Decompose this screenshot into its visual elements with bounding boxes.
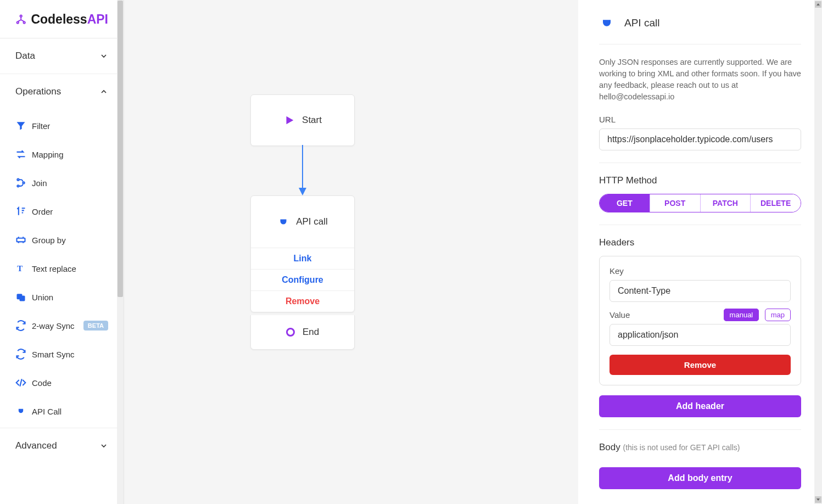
remove-header-button[interactable]: Remove — [609, 355, 791, 375]
section-advanced[interactable]: Advanced — [0, 428, 124, 463]
op-label: Smart Sync — [32, 350, 75, 359]
op-label: Filter — [32, 121, 50, 131]
svg-rect-6 — [17, 238, 25, 242]
svg-point-4 — [17, 185, 19, 187]
plug-icon — [15, 406, 26, 417]
node-remove-action[interactable]: Remove — [251, 290, 354, 312]
divider — [599, 225, 801, 225]
method-get[interactable]: GET — [600, 194, 650, 212]
add-body-button[interactable]: Add body entry — [599, 467, 801, 489]
mapping-icon — [15, 149, 26, 160]
op-label: 2-way Sync — [32, 321, 75, 331]
op-union[interactable]: Union — [0, 283, 124, 311]
logo-text: CodelessAPI — [31, 12, 108, 27]
play-icon — [283, 114, 295, 126]
order-icon — [15, 206, 26, 217]
op-groupby[interactable]: Group by — [0, 226, 124, 254]
end-label: End — [303, 327, 319, 338]
op-label: Mapping — [32, 150, 64, 159]
code-icon — [15, 377, 26, 388]
union-icon — [15, 292, 26, 303]
op-label: Order — [32, 207, 53, 216]
sidebar: CodelessAPI Data Operations Filter Mappi… — [0, 0, 124, 504]
logo: CodelessAPI — [0, 0, 124, 38]
config-panel: API call Only JSON responses are current… — [578, 0, 822, 504]
op-join[interactable]: Join — [0, 169, 124, 197]
svg-text:T: T — [17, 264, 23, 273]
headers-label: Headers — [599, 237, 801, 248]
header-key-input[interactable] — [609, 280, 791, 302]
op-label: Code — [32, 378, 52, 388]
end-node[interactable]: End — [250, 315, 355, 350]
url-label: URL — [599, 115, 801, 124]
beta-badge: BETA — [83, 321, 108, 331]
svg-rect-9 — [20, 296, 25, 301]
divider — [599, 429, 801, 430]
panel-header: API call — [599, 15, 801, 44]
sync-icon — [15, 349, 26, 360]
start-label: Start — [302, 115, 322, 126]
op-2waysync[interactable]: 2-way Sync BETA — [0, 311, 124, 340]
divider — [599, 163, 801, 163]
section-data[interactable]: Data — [0, 38, 124, 74]
op-label: API Call — [32, 407, 61, 416]
op-filter[interactable]: Filter — [0, 111, 124, 140]
op-label: Text replace — [32, 264, 76, 273]
groupby-icon — [15, 234, 26, 245]
section-operations-title: Operations — [15, 86, 61, 97]
op-label: Join — [32, 178, 47, 188]
header-key-label: Key — [609, 266, 791, 276]
method-patch[interactable]: PATCH — [701, 194, 751, 212]
method-delete[interactable]: DELETE — [751, 194, 801, 212]
header-value-input[interactable] — [609, 324, 791, 346]
node-link-action[interactable]: Link — [251, 248, 354, 269]
logo-icon — [15, 14, 26, 26]
url-input[interactable] — [599, 128, 801, 150]
section-advanced-title: Advanced — [15, 440, 57, 451]
op-smartsync[interactable]: Smart Sync — [0, 340, 124, 368]
panel-info: Only JSON responses are currently suppor… — [599, 44, 801, 109]
op-code[interactable]: Code — [0, 368, 124, 397]
apicall-node[interactable]: API call Link Configure Remove — [250, 195, 355, 312]
chevron-down-icon — [99, 52, 108, 60]
apicall-label: API call — [296, 216, 328, 227]
panel-title: API call — [624, 17, 659, 29]
op-label: Union — [32, 293, 53, 302]
chevron-down-icon — [99, 441, 108, 450]
http-method-label: HTTP Method — [599, 175, 801, 186]
add-header-button[interactable]: Add header — [599, 395, 801, 417]
canvas[interactable]: Start API call Link Configure Remove End — [124, 0, 578, 504]
filter-icon — [15, 120, 26, 131]
scroll-up-icon[interactable] — [815, 1, 821, 8]
svg-point-1 — [17, 21, 19, 23]
op-textreplace[interactable]: T Text replace — [0, 254, 124, 283]
header-value-label: Value — [609, 310, 630, 320]
svg-point-5 — [23, 182, 24, 183]
op-label: Group by — [32, 236, 66, 245]
method-post[interactable]: POST — [650, 194, 701, 212]
op-apicall[interactable]: API Call — [0, 397, 124, 425]
body-label: Body (this is not used for GET API calls… — [599, 442, 801, 453]
node-configure-action[interactable]: Configure — [251, 269, 354, 290]
scroll-down-icon[interactable] — [815, 496, 821, 503]
main-scrollbar[interactable] — [814, 0, 822, 504]
op-mapping[interactable]: Mapping — [0, 140, 124, 169]
http-method-group: GET POST PATCH DELETE — [599, 194, 801, 212]
manual-button[interactable]: manual — [724, 309, 759, 321]
op-order[interactable]: Order — [0, 197, 124, 226]
plug-icon — [277, 216, 289, 228]
operations-list: Filter Mapping Join Order Group by T Tex… — [0, 109, 124, 428]
body-hint: (this is not used for GET API calls) — [623, 443, 740, 452]
sidebar-scrollbar[interactable] — [117, 0, 124, 504]
join-icon — [15, 177, 26, 188]
sidebar-scroll-thumb[interactable] — [118, 1, 123, 297]
section-data-title: Data — [15, 51, 35, 61]
end-circle-icon — [286, 328, 295, 337]
flow-arrow — [301, 145, 304, 195]
chevron-up-icon — [99, 87, 108, 96]
text-icon: T — [15, 263, 26, 274]
start-node[interactable]: Start — [250, 94, 355, 146]
map-button[interactable]: map — [765, 309, 791, 321]
section-operations[interactable]: Operations — [0, 74, 124, 109]
header-entry: Key Value manual map Remove — [599, 256, 801, 385]
